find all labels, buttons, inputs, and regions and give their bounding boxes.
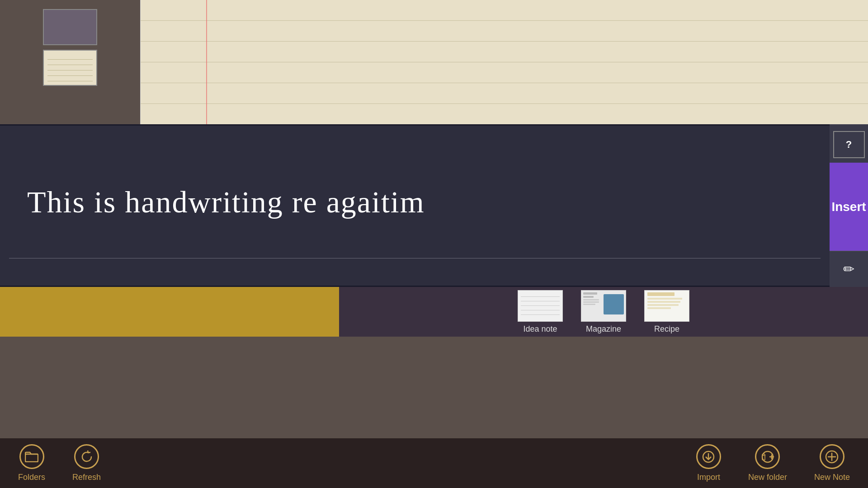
new-note-icon bbox=[820, 444, 844, 469]
template-picker-right: Idea note Magazine bbox=[339, 287, 868, 337]
thumbnail-note[interactable] bbox=[43, 50, 97, 86]
edit-icon: ✏ bbox=[843, 261, 854, 277]
new-folder-label: New folder bbox=[748, 473, 787, 482]
thumbnail-dark[interactable] bbox=[43, 9, 97, 45]
template-item-magazine[interactable]: Magazine bbox=[581, 290, 626, 334]
insert-button[interactable]: Insert bbox=[830, 163, 868, 251]
magazine-image-placeholder bbox=[604, 294, 624, 314]
new-folder-button[interactable]: New folder bbox=[748, 444, 787, 482]
insert-label: Insert bbox=[831, 200, 866, 214]
svg-rect-0 bbox=[25, 454, 38, 462]
import-button[interactable]: Import bbox=[696, 444, 721, 482]
edit-button[interactable]: ✏ bbox=[830, 251, 868, 287]
import-icon bbox=[696, 444, 721, 469]
new-note-label: New Note bbox=[814, 473, 850, 482]
template-thumb-idea bbox=[518, 290, 563, 322]
template-picker-left-bg bbox=[0, 287, 339, 337]
handwriting-recognized-text: This is handwriting re agaitim bbox=[27, 184, 425, 220]
hw-side-buttons: ? Insert ✏ bbox=[830, 124, 868, 287]
template-label-recipe: Recipe bbox=[654, 324, 679, 334]
note-line bbox=[141, 104, 868, 125]
new-folder-icon bbox=[755, 444, 780, 469]
note-red-margin-line bbox=[206, 0, 207, 124]
help-icon: ? bbox=[846, 139, 852, 150]
left-panel bbox=[0, 0, 140, 124]
template-item-recipe[interactable]: Recipe bbox=[644, 290, 689, 334]
template-label-magazine: Magazine bbox=[586, 324, 621, 334]
bottom-toolbar: Folders Refresh Import bbox=[0, 438, 868, 488]
note-line bbox=[141, 21, 868, 42]
folders-icon bbox=[19, 444, 44, 469]
help-button[interactable]: ? bbox=[833, 131, 865, 158]
template-thumb-recipe bbox=[644, 290, 689, 322]
note-line bbox=[141, 42, 868, 62]
refresh-button[interactable]: Refresh bbox=[72, 444, 101, 482]
note-lines bbox=[141, 0, 868, 124]
note-line bbox=[141, 0, 868, 21]
template-thumb-magazine bbox=[581, 290, 626, 322]
template-picker: Idea note Magazine bbox=[0, 287, 868, 337]
refresh-label: Refresh bbox=[72, 473, 101, 482]
refresh-icon bbox=[74, 444, 99, 469]
template-label-idea: Idea note bbox=[523, 324, 557, 334]
new-note-button[interactable]: New Note bbox=[814, 444, 850, 482]
import-label: Import bbox=[697, 473, 720, 482]
template-item-idea-note[interactable]: Idea note bbox=[518, 290, 563, 334]
note-area[interactable] bbox=[140, 0, 868, 124]
handwriting-panel[interactable]: This is handwriting re agaitim bbox=[0, 124, 830, 287]
note-line bbox=[141, 62, 868, 83]
toolbar-right: Import New folder bbox=[696, 444, 850, 482]
folders-button[interactable]: Folders bbox=[18, 444, 45, 482]
note-line bbox=[141, 83, 868, 104]
handwriting-baseline bbox=[9, 258, 821, 258]
folders-label: Folders bbox=[18, 473, 45, 482]
